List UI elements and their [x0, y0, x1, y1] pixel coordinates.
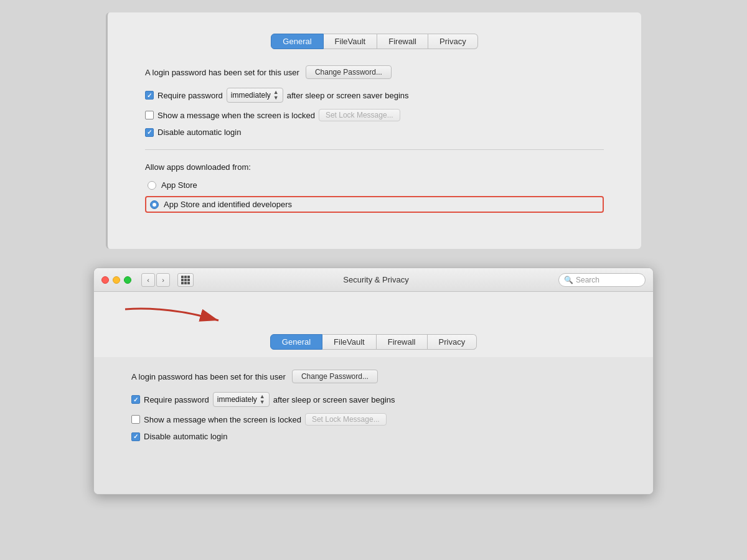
app-store-identified-radio-row: App Store and identified developers: [145, 196, 604, 213]
immediately-value-bottom: immediately: [217, 395, 257, 404]
section-divider: [145, 149, 604, 150]
svg-rect-5: [187, 279, 190, 281]
search-box[interactable]: 🔍 Search: [558, 273, 646, 287]
window-content: A login password has been set for this u…: [94, 357, 653, 494]
after-sleep-label-bottom: after sleep or screen saver begins: [273, 395, 395, 404]
set-lock-message-button-bottom[interactable]: Set Lock Message...: [305, 413, 387, 426]
nav-buttons: ‹ ›: [141, 273, 170, 287]
svg-rect-4: [184, 279, 187, 281]
maximize-button[interactable]: [124, 276, 131, 284]
dropdown-arrows-bottom: ▲ ▼: [260, 394, 265, 405]
back-button[interactable]: ‹: [141, 273, 155, 287]
allow-apps-label: Allow apps downloaded from:: [145, 162, 604, 172]
immediately-dropdown-bottom[interactable]: immediately ▲ ▼: [213, 392, 270, 407]
titlebar: ‹ › Security & Privacy 🔍 Search: [94, 268, 653, 292]
tab-firewall-bottom[interactable]: Firewall: [377, 334, 428, 350]
tab-privacy-top[interactable]: Privacy: [428, 34, 478, 49]
tab-filevault-top[interactable]: FileVault: [324, 34, 378, 49]
show-message-checkbox-top[interactable]: [145, 111, 154, 119]
app-store-identified-radio[interactable]: [150, 200, 159, 209]
after-sleep-label-top: after sleep or screen saver begins: [287, 91, 409, 100]
app-store-label: App Store: [161, 180, 197, 190]
minimize-button[interactable]: [113, 276, 120, 284]
require-password-row-top: Require password immediately ▲ ▼ after s…: [145, 88, 604, 103]
app-store-identified-label: App Store and identified developers: [164, 200, 292, 209]
tab-firewall-top[interactable]: Firewall: [377, 34, 428, 49]
show-message-label-top: Show a message when the screen is locked: [157, 111, 315, 120]
tab-filevault-bottom[interactable]: FileVault: [322, 334, 377, 350]
window-title: Security & Privacy: [200, 275, 552, 284]
show-message-row-top: Show a message when the screen is locked…: [145, 109, 604, 121]
disable-autologin-row-top: Disable automatic login: [145, 128, 604, 137]
set-lock-message-button-top[interactable]: Set Lock Message...: [319, 109, 400, 121]
search-icon: 🔍: [564, 276, 573, 284]
top-tab-bar: General FileVault Firewall Privacy: [133, 25, 616, 55]
disable-autologin-label-top: Disable automatic login: [157, 128, 241, 137]
svg-rect-3: [181, 279, 184, 281]
show-message-row-bottom: Show a message when the screen is locked…: [131, 413, 628, 426]
security-privacy-window: ‹ › Security & Privacy 🔍 Search: [93, 268, 654, 495]
svg-rect-1: [184, 276, 187, 278]
svg-rect-6: [181, 282, 184, 284]
svg-rect-7: [184, 282, 187, 284]
traffic-lights: [101, 276, 131, 284]
login-password-row: A login password has been set for this u…: [145, 65, 604, 79]
top-panel-content: A login password has been set for this u…: [133, 55, 616, 230]
forward-button[interactable]: ›: [156, 273, 170, 287]
login-password-row-bottom: A login password has been set for this u…: [131, 370, 628, 383]
login-password-text-bottom: A login password has been set for this u…: [131, 372, 286, 381]
app-store-radio[interactable]: [148, 181, 156, 190]
grid-button[interactable]: [177, 273, 194, 287]
immediately-dropdown-top[interactable]: immediately ▲ ▼: [227, 88, 283, 103]
svg-rect-8: [187, 282, 190, 284]
search-placeholder: Search: [576, 276, 599, 284]
svg-rect-2: [187, 276, 190, 278]
require-password-row-bottom: Require password immediately ▲ ▼ after s…: [131, 392, 628, 407]
require-password-label-bottom: Require password: [144, 395, 209, 404]
arrow-tab-area: General FileVault Firewall Privacy: [94, 292, 653, 357]
red-arrow-svg: [119, 303, 243, 331]
require-password-label-top: Require password: [157, 91, 223, 100]
disable-autologin-checkbox-bottom[interactable]: [131, 432, 140, 441]
show-message-label-bottom: Show a message when the screen is locked: [144, 415, 301, 424]
top-panel: General FileVault Firewall Privacy A log…: [106, 12, 641, 249]
dropdown-arrows-top: ▲ ▼: [273, 90, 279, 101]
require-password-checkbox-bottom[interactable]: [131, 395, 140, 404]
app-store-radio-row: App Store: [145, 179, 604, 191]
tab-general-bottom[interactable]: General: [270, 334, 322, 350]
login-password-text: A login password has been set for this u…: [145, 68, 299, 77]
tab-privacy-bottom[interactable]: Privacy: [428, 334, 477, 350]
change-password-button-bottom[interactable]: Change Password...: [292, 370, 378, 383]
show-message-checkbox-bottom[interactable]: [131, 415, 140, 424]
disable-autologin-checkbox-top[interactable]: [145, 128, 154, 137]
bottom-tab-bar: General FileVault Firewall Privacy: [94, 334, 653, 357]
tab-general-top[interactable]: General: [271, 34, 323, 49]
change-password-button-top[interactable]: Change Password...: [306, 65, 392, 79]
disable-autologin-row-bottom: Disable automatic login: [131, 432, 628, 441]
require-password-checkbox-top[interactable]: [145, 91, 154, 100]
close-button[interactable]: [101, 276, 109, 284]
arrow-container: [94, 297, 653, 334]
svg-rect-0: [181, 276, 184, 278]
immediately-value-top: immediately: [231, 91, 271, 100]
disable-autologin-label-bottom: Disable automatic login: [144, 432, 227, 441]
